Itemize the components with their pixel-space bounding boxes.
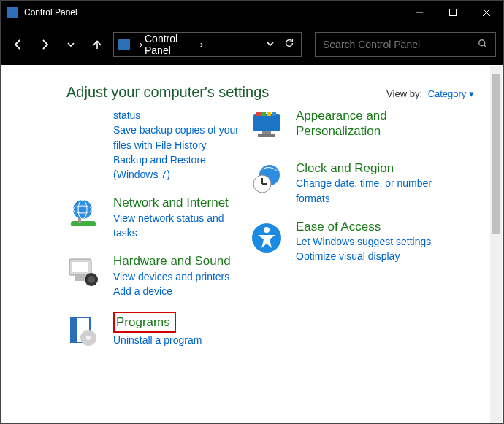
- view-by-label: View by:: [386, 88, 422, 99]
- svg-rect-23: [267, 112, 271, 116]
- svg-line-5: [484, 45, 487, 47]
- forward-button[interactable]: [34, 34, 55, 55]
- category-sublink[interactable]: Change date, time, or number formats: [296, 176, 439, 206]
- svg-rect-21: [256, 112, 261, 116]
- category-sublink[interactable]: Let Windows suggest settings: [296, 234, 439, 249]
- network-icon: [66, 195, 109, 240]
- titlebar: Control Panel: [1, 1, 503, 24]
- view-by: View by: Category ▾: [386, 88, 474, 99]
- category-clock-and-region[interactable]: Clock and Region: [296, 161, 439, 176]
- category-appearance-and-personalization[interactable]: Appearance and Personalization: [296, 108, 439, 139]
- svg-rect-10: [78, 218, 81, 223]
- clock-icon: [249, 161, 291, 206]
- recent-locations-button[interactable]: [61, 34, 81, 55]
- scrollbar[interactable]: [490, 66, 502, 423]
- svg-rect-9: [71, 221, 96, 226]
- svg-rect-24: [272, 112, 276, 116]
- svg-point-19: [86, 336, 91, 340]
- content-area: Adjust your computer's settings View by:…: [1, 65, 503, 424]
- search-bar[interactable]: [315, 32, 496, 57]
- svg-rect-25: [262, 131, 271, 134]
- category-sublink[interactable]: Save backup copies of your files with Fi…: [113, 123, 249, 153]
- control-panel-icon: [118, 39, 130, 50]
- category-sublink[interactable]: View network status and tasks: [113, 211, 249, 241]
- page-title: Adjust your computer's settings: [66, 84, 386, 101]
- svg-rect-20: [253, 114, 280, 131]
- minimize-button[interactable]: [402, 1, 436, 24]
- category-sublink[interactable]: Backup and Restore (Windows 7): [113, 153, 249, 182]
- highlight-annotation: Programs: [113, 312, 176, 333]
- category-sublink[interactable]: View devices and printers: [113, 269, 249, 284]
- svg-point-4: [479, 39, 485, 45]
- back-button[interactable]: [8, 34, 28, 55]
- toolbar: › Control Panel ›: [1, 24, 503, 65]
- address-bar[interactable]: › Control Panel ›: [113, 32, 302, 57]
- chevron-right-icon: ›: [198, 39, 205, 50]
- category-sublink[interactable]: Optimize visual display: [296, 249, 439, 263]
- ease-of-access-icon: [249, 219, 291, 264]
- chevron-down-icon: ▾: [469, 88, 474, 99]
- category-sublink[interactable]: Uninstall a program: [113, 333, 249, 347]
- svg-rect-17: [71, 317, 77, 342]
- category-sublink[interactable]: Add a device: [113, 284, 249, 298]
- svg-rect-26: [258, 134, 275, 137]
- svg-point-6: [73, 200, 92, 219]
- svg-rect-22: [261, 112, 266, 116]
- search-icon[interactable]: [478, 39, 488, 51]
- scrollbar-thumb[interactable]: [492, 74, 500, 234]
- category-hardware-and-sound[interactable]: Hardware and Sound: [113, 253, 249, 269]
- svg-rect-13: [75, 275, 85, 281]
- category-network-and-internet[interactable]: Network and Internet: [113, 195, 249, 210]
- appearance-icon: [249, 108, 291, 147]
- chevron-right-icon: ›: [137, 39, 145, 50]
- svg-point-15: [88, 276, 95, 283]
- maximize-button[interactable]: [436, 1, 470, 24]
- svg-rect-1: [450, 9, 457, 16]
- category-sublink[interactable]: status: [113, 108, 249, 123]
- svg-rect-12: [72, 262, 88, 272]
- category-ease-of-access[interactable]: Ease of Access: [296, 219, 439, 234]
- search-input[interactable]: [323, 39, 478, 50]
- programs-icon: [66, 312, 109, 351]
- control-panel-icon: [7, 7, 18, 18]
- category-programs[interactable]: Programs: [116, 315, 170, 330]
- close-button[interactable]: [470, 1, 503, 24]
- refresh-button[interactable]: [282, 38, 297, 51]
- hardware-icon: [66, 253, 109, 298]
- history-chevron-icon[interactable]: [263, 38, 278, 51]
- window-title: Control Panel: [24, 7, 402, 18]
- up-button[interactable]: [87, 34, 107, 55]
- breadcrumb[interactable]: Control Panel: [145, 33, 198, 56]
- view-by-dropdown[interactable]: Category ▾: [428, 88, 474, 99]
- svg-point-32: [264, 227, 270, 233]
- window-controls: [402, 1, 503, 24]
